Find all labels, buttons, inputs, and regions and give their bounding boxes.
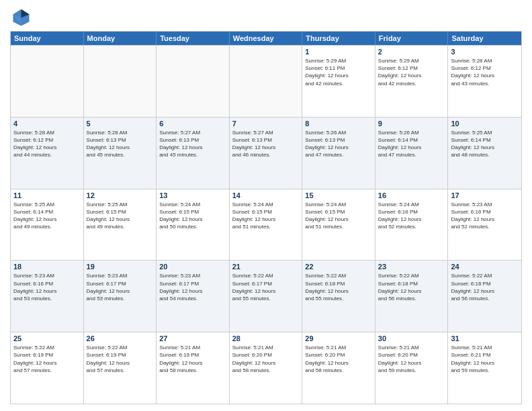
day-cell-1: 1Sunrise: 5:29 AM Sunset: 6:11 PM Daylig… xyxy=(302,46,375,117)
day-header-friday: Friday xyxy=(375,32,449,45)
day-info: Sunrise: 5:23 AM Sunset: 6:16 PM Dayligh… xyxy=(451,201,519,231)
day-number: 10 xyxy=(451,120,519,128)
day-number: 16 xyxy=(378,191,445,199)
day-cell-15: 15Sunrise: 5:24 AM Sunset: 6:15 PM Dayli… xyxy=(302,189,375,261)
day-cell-30: 30Sunrise: 5:21 AM Sunset: 6:20 PM Dayli… xyxy=(375,332,449,404)
week-row-1: 4Sunrise: 5:28 AM Sunset: 6:12 PM Daylig… xyxy=(11,117,521,189)
day-number: 18 xyxy=(13,263,81,271)
day-headers: SundayMondayTuesdayWednesdayThursdayFrid… xyxy=(11,32,521,45)
day-number: 5 xyxy=(87,120,154,128)
day-number: 6 xyxy=(159,120,226,128)
logo-icon xyxy=(10,7,30,27)
day-cell-11: 11Sunrise: 5:25 AM Sunset: 6:14 PM Dayli… xyxy=(11,189,84,261)
day-info: Sunrise: 5:27 AM Sunset: 6:13 PM Dayligh… xyxy=(159,129,226,159)
day-number: 2 xyxy=(378,48,445,56)
day-info: Sunrise: 5:25 AM Sunset: 6:15 PM Dayligh… xyxy=(87,201,154,231)
day-cell-28: 28Sunrise: 5:21 AM Sunset: 6:20 PM Dayli… xyxy=(230,332,303,404)
day-header-monday: Monday xyxy=(84,32,157,45)
day-number: 26 xyxy=(87,334,154,342)
day-number: 24 xyxy=(451,263,519,271)
day-cell-9: 9Sunrise: 5:26 AM Sunset: 6:14 PM Daylig… xyxy=(375,118,449,189)
day-info: Sunrise: 5:28 AM Sunset: 6:12 PM Dayligh… xyxy=(13,129,81,159)
day-cell-22: 22Sunrise: 5:22 AM Sunset: 6:18 PM Dayli… xyxy=(302,261,375,332)
day-cell-12: 12Sunrise: 5:25 AM Sunset: 6:15 PM Dayli… xyxy=(84,189,157,261)
day-info: Sunrise: 5:26 AM Sunset: 6:14 PM Dayligh… xyxy=(378,129,445,159)
day-info: Sunrise: 5:21 AM Sunset: 6:21 PM Dayligh… xyxy=(451,344,519,374)
day-cell-17: 17Sunrise: 5:23 AM Sunset: 6:16 PM Dayli… xyxy=(448,189,521,261)
day-cell-31: 31Sunrise: 5:21 AM Sunset: 6:21 PM Dayli… xyxy=(448,332,521,404)
day-info: Sunrise: 5:24 AM Sunset: 6:15 PM Dayligh… xyxy=(305,201,372,231)
day-cell-27: 27Sunrise: 5:21 AM Sunset: 6:19 PM Dayli… xyxy=(157,332,230,404)
day-info: Sunrise: 5:21 AM Sunset: 6:19 PM Dayligh… xyxy=(159,344,226,374)
day-number: 14 xyxy=(232,191,300,199)
day-number: 20 xyxy=(159,263,226,271)
page: SundayMondayTuesdayWednesdayThursdayFrid… xyxy=(0,0,532,411)
day-info: Sunrise: 5:22 AM Sunset: 6:18 PM Dayligh… xyxy=(378,272,445,302)
day-number: 1 xyxy=(305,48,372,56)
day-cell-4: 4Sunrise: 5:28 AM Sunset: 6:12 PM Daylig… xyxy=(11,118,84,189)
day-info: Sunrise: 5:25 AM Sunset: 6:14 PM Dayligh… xyxy=(451,129,519,159)
week-row-0: 1Sunrise: 5:29 AM Sunset: 6:11 PM Daylig… xyxy=(11,45,521,117)
day-info: Sunrise: 5:22 AM Sunset: 6:18 PM Dayligh… xyxy=(305,272,372,302)
day-number: 23 xyxy=(378,263,445,271)
day-info: Sunrise: 5:28 AM Sunset: 6:13 PM Dayligh… xyxy=(87,129,154,159)
day-cell-2: 2Sunrise: 5:29 AM Sunset: 6:12 PM Daylig… xyxy=(375,46,449,117)
logo xyxy=(10,7,33,27)
day-number: 28 xyxy=(232,334,300,342)
calendar-body: 1Sunrise: 5:29 AM Sunset: 6:11 PM Daylig… xyxy=(11,45,521,404)
day-header-tuesday: Tuesday xyxy=(157,32,230,45)
day-info: Sunrise: 5:26 AM Sunset: 6:13 PM Dayligh… xyxy=(305,129,372,159)
empty-day-cell xyxy=(84,46,157,117)
day-cell-19: 19Sunrise: 5:23 AM Sunset: 6:17 PM Dayli… xyxy=(84,261,157,332)
day-cell-18: 18Sunrise: 5:23 AM Sunset: 6:16 PM Dayli… xyxy=(11,261,84,332)
day-cell-25: 25Sunrise: 5:22 AM Sunset: 6:19 PM Dayli… xyxy=(11,332,84,404)
day-cell-7: 7Sunrise: 5:27 AM Sunset: 6:13 PM Daylig… xyxy=(230,118,303,189)
header xyxy=(10,7,522,27)
day-info: Sunrise: 5:21 AM Sunset: 6:20 PM Dayligh… xyxy=(232,344,300,374)
day-cell-14: 14Sunrise: 5:24 AM Sunset: 6:15 PM Dayli… xyxy=(230,189,303,261)
day-number: 30 xyxy=(378,334,445,342)
day-cell-5: 5Sunrise: 5:28 AM Sunset: 6:13 PM Daylig… xyxy=(84,118,157,189)
day-number: 11 xyxy=(13,191,81,199)
day-info: Sunrise: 5:21 AM Sunset: 6:20 PM Dayligh… xyxy=(378,344,445,374)
day-number: 21 xyxy=(232,263,300,271)
day-header-thursday: Thursday xyxy=(302,32,375,45)
day-info: Sunrise: 5:22 AM Sunset: 6:18 PM Dayligh… xyxy=(451,272,519,302)
day-number: 17 xyxy=(451,191,519,199)
day-number: 25 xyxy=(13,334,81,342)
day-cell-10: 10Sunrise: 5:25 AM Sunset: 6:14 PM Dayli… xyxy=(448,118,521,189)
day-cell-13: 13Sunrise: 5:24 AM Sunset: 6:15 PM Dayli… xyxy=(157,189,230,261)
calendar: SundayMondayTuesdayWednesdayThursdayFrid… xyxy=(10,31,522,404)
week-row-3: 18Sunrise: 5:23 AM Sunset: 6:16 PM Dayli… xyxy=(11,260,521,332)
day-cell-6: 6Sunrise: 5:27 AM Sunset: 6:13 PM Daylig… xyxy=(157,118,230,189)
day-number: 13 xyxy=(159,191,226,199)
day-cell-8: 8Sunrise: 5:26 AM Sunset: 6:13 PM Daylig… xyxy=(302,118,375,189)
day-info: Sunrise: 5:23 AM Sunset: 6:16 PM Dayligh… xyxy=(13,272,81,302)
day-cell-29: 29Sunrise: 5:21 AM Sunset: 6:20 PM Dayli… xyxy=(302,332,375,404)
empty-day-cell xyxy=(157,46,230,117)
day-info: Sunrise: 5:23 AM Sunset: 6:17 PM Dayligh… xyxy=(87,272,154,302)
day-cell-20: 20Sunrise: 5:23 AM Sunset: 6:17 PM Dayli… xyxy=(157,261,230,332)
day-number: 9 xyxy=(378,120,445,128)
day-cell-26: 26Sunrise: 5:22 AM Sunset: 6:19 PM Dayli… xyxy=(84,332,157,404)
day-number: 15 xyxy=(305,191,372,199)
day-number: 31 xyxy=(451,334,519,342)
day-cell-16: 16Sunrise: 5:24 AM Sunset: 6:16 PM Dayli… xyxy=(375,189,449,261)
day-header-sunday: Sunday xyxy=(11,32,84,45)
day-number: 3 xyxy=(451,48,519,56)
day-number: 12 xyxy=(87,191,154,199)
day-info: Sunrise: 5:24 AM Sunset: 6:15 PM Dayligh… xyxy=(232,201,300,231)
day-header-wednesday: Wednesday xyxy=(230,32,303,45)
day-info: Sunrise: 5:27 AM Sunset: 6:13 PM Dayligh… xyxy=(232,129,300,159)
day-info: Sunrise: 5:22 AM Sunset: 6:19 PM Dayligh… xyxy=(87,344,154,374)
day-number: 8 xyxy=(305,120,372,128)
day-info: Sunrise: 5:21 AM Sunset: 6:20 PM Dayligh… xyxy=(305,344,372,374)
day-cell-24: 24Sunrise: 5:22 AM Sunset: 6:18 PM Dayli… xyxy=(448,261,521,332)
day-number: 27 xyxy=(159,334,226,342)
day-info: Sunrise: 5:25 AM Sunset: 6:14 PM Dayligh… xyxy=(13,201,81,231)
day-number: 4 xyxy=(13,120,81,128)
day-info: Sunrise: 5:22 AM Sunset: 6:17 PM Dayligh… xyxy=(232,272,300,302)
day-info: Sunrise: 5:24 AM Sunset: 6:15 PM Dayligh… xyxy=(159,201,226,231)
day-info: Sunrise: 5:23 AM Sunset: 6:17 PM Dayligh… xyxy=(159,272,226,302)
empty-day-cell xyxy=(11,46,84,117)
